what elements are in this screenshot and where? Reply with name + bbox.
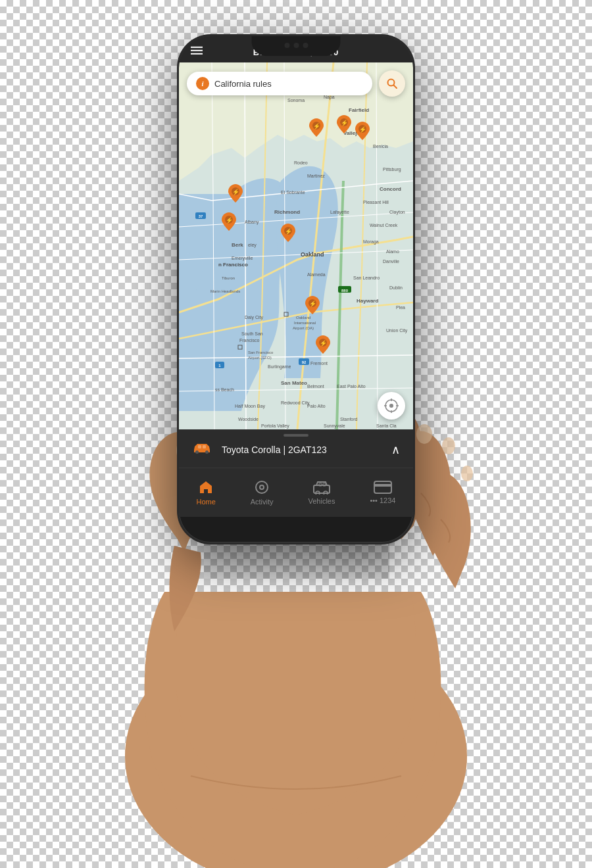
svg-text:Half Moon Bay: Half Moon Bay (235, 404, 265, 409)
svg-text:Oakland: Oakland (296, 316, 310, 320)
nav-tab-activity[interactable]: Activity (243, 474, 282, 511)
search-pill[interactable]: i California rules (187, 72, 372, 95)
more-label: ••• 1234 (370, 496, 395, 504)
svg-text:Stanford: Stanford (340, 417, 358, 422)
svg-text:Portola Valley: Portola Valley (261, 423, 289, 429)
map-search-bar: i California rules (187, 70, 405, 97)
svg-text:Oakland: Oakland (301, 251, 324, 258)
svg-text:⚡: ⚡ (309, 300, 317, 308)
svg-point-2 (416, 424, 432, 444)
phone-notch (252, 36, 341, 56)
svg-text:Albany: Albany (245, 220, 259, 225)
home-icon (198, 479, 214, 495)
svg-text:Pleasant Hill: Pleasant Hill (363, 200, 389, 205)
hamburger-menu-button[interactable] (191, 45, 203, 57)
svg-text:Fairfield: Fairfield (349, 107, 369, 113)
map-pin-4[interactable]: ⚡ (228, 184, 243, 203)
vehicles-icon (312, 480, 331, 494)
vehicle-expand-icon: ∧ (391, 443, 400, 457)
map-pin-2[interactable]: ⚡ (337, 115, 351, 133)
drag-handle (284, 434, 308, 437)
svg-text:Marin Headlands: Marin Headlands (210, 289, 240, 293)
svg-text:Pittsburg: Pittsburg (383, 167, 401, 172)
svg-rect-94 (195, 450, 199, 454)
svg-text:El Sobrante: El Sobrante (281, 190, 305, 195)
svg-text:⚡: ⚡ (341, 119, 349, 127)
svg-point-98 (256, 481, 268, 493)
phone-screen: Balance: $23.00 (179, 36, 413, 542)
svg-text:Burlingame: Burlingame (268, 364, 291, 370)
svg-text:Tiburon: Tiburon (222, 276, 235, 280)
svg-rect-95 (205, 450, 209, 454)
phone-frame: Balance: $23.00 (179, 36, 413, 542)
svg-text:Concord: Concord (380, 186, 401, 192)
svg-text:Belmont: Belmont (307, 384, 324, 389)
svg-text:eley: eley (248, 243, 257, 248)
bottom-nav: Home Activity (179, 468, 413, 517)
vehicle-bar[interactable]: Toyota Corolla | 2GAT123 ∧ (179, 429, 413, 468)
svg-text:International: International (294, 321, 316, 325)
svg-text:Richmond: Richmond (274, 209, 300, 215)
map-pin-6[interactable]: ⚡ (281, 224, 295, 242)
svg-text:Danville: Danville (383, 259, 399, 264)
map-pin-5[interactable]: ⚡ (222, 212, 236, 231)
svg-text:⚡: ⚡ (285, 228, 293, 235)
svg-text:Airport (SFO): Airport (SFO) (248, 356, 272, 360)
map-view[interactable]: 880 Fairfield Napa Sonoma V (179, 62, 413, 429)
activity-label: Activity (251, 498, 274, 506)
svg-text:San Mateo: San Mateo (281, 380, 307, 386)
svg-text:Sunnyvale: Sunnyvale (324, 423, 345, 429)
svg-text:Benicia: Benicia (373, 144, 388, 149)
svg-text:Lafayette: Lafayette (330, 210, 349, 215)
svg-text:ss Beach: ss Beach (215, 387, 234, 392)
svg-text:Walnut Creek: Walnut Creek (370, 223, 398, 228)
svg-text:San Leandro: San Leandro (353, 276, 380, 280)
svg-text:Rodeo: Rodeo (294, 160, 308, 165)
nav-tab-vehicles[interactable]: Vehicles (300, 475, 343, 510)
svg-text:Daly City: Daly City (245, 315, 264, 320)
svg-text:92: 92 (302, 360, 307, 364)
svg-text:East Palo Alto: East Palo Alto (337, 384, 366, 389)
svg-text:Santa Cla: Santa Cla (376, 423, 397, 428)
svg-text:Union City: Union City (386, 328, 408, 333)
svg-text:⚡: ⚡ (320, 339, 328, 347)
activity-icon (254, 479, 270, 495)
home-label: Home (196, 498, 215, 506)
map-pin-7[interactable]: ⚡ (305, 296, 320, 314)
location-button[interactable] (378, 392, 405, 420)
map-pin-1[interactable]: ⚡ (309, 118, 324, 137)
map-background: 880 Fairfield Napa Sonoma V (179, 62, 413, 429)
svg-text:⚡: ⚡ (226, 216, 234, 224)
svg-text:37: 37 (199, 214, 203, 218)
svg-text:South San: South San (241, 331, 263, 336)
search-button[interactable] (379, 70, 405, 97)
svg-text:Alamo: Alamo (386, 249, 399, 254)
svg-line-87 (394, 85, 397, 89)
nav-tab-more[interactable]: ••• 1234 (362, 475, 403, 510)
svg-text:Airport (OA): Airport (OA) (293, 326, 314, 330)
svg-point-99 (260, 485, 264, 489)
map-pin-8[interactable]: ⚡ (316, 335, 330, 354)
nav-tab-home[interactable]: Home (188, 474, 223, 511)
svg-text:⚡: ⚡ (359, 126, 367, 133)
svg-text:Sonoma: Sonoma (287, 98, 305, 103)
svg-text:Palo Alto: Palo Alto (307, 404, 326, 408)
svg-text:Alameda: Alameda (307, 272, 326, 277)
app-container: Balance: $23.00 (0, 0, 592, 868)
svg-text:Plea: Plea (396, 305, 405, 310)
svg-point-89 (389, 404, 393, 408)
svg-text:Woodside: Woodside (238, 417, 259, 422)
svg-text:Redwood City: Redwood City (281, 400, 310, 406)
svg-text:San Francisco: San Francisco (248, 350, 274, 354)
svg-text:Berk: Berk (232, 242, 243, 248)
vehicles-label: Vehicles (308, 497, 335, 505)
map-pin-3[interactable]: ⚡ (355, 122, 370, 140)
car-icon (192, 441, 212, 459)
svg-text:n Francisco: n Francisco (218, 262, 248, 268)
svg-text:Clayton: Clayton (389, 210, 405, 215)
vehicle-name-text: Toyota Corolla | 2GAT123 (222, 445, 382, 455)
svg-text:Hayward: Hayward (357, 298, 378, 304)
info-icon: i (196, 77, 209, 90)
svg-rect-97 (203, 445, 206, 448)
svg-text:Martinez: Martinez (307, 174, 325, 178)
